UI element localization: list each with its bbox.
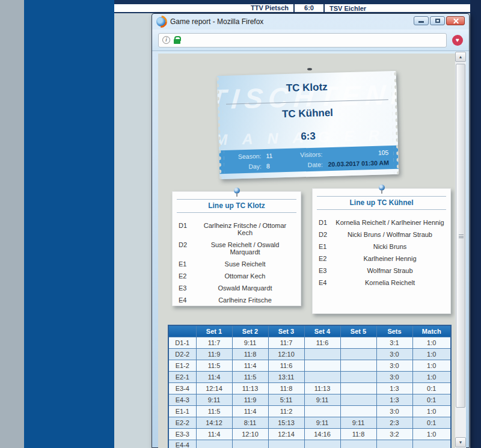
background-away-team: TSV Eichler bbox=[325, 5, 470, 12]
window-controls bbox=[414, 16, 465, 25]
desktop: TTV Pietsch 6:0 TSV Eichler Game report … bbox=[0, 0, 481, 448]
maximize-button[interactable] bbox=[430, 16, 445, 25]
match-score-cell: 1:0 bbox=[412, 360, 451, 371]
lineup-title-home: Line up TC Klotz bbox=[173, 200, 301, 212]
sets-score-cell: 3:1 bbox=[376, 337, 412, 348]
lineup-position: E1 bbox=[179, 260, 195, 268]
set5-cell bbox=[340, 371, 376, 382]
lineup-players: Ottomar Kech bbox=[195, 272, 295, 280]
window-title: Game report - Mozilla Firefox bbox=[170, 17, 263, 26]
page-info-icon[interactable]: i bbox=[162, 36, 170, 44]
table-row: D1-1 11:7 9:11 11:7 11:6 3:1 1:0 bbox=[168, 337, 451, 348]
firefox-icon bbox=[156, 17, 166, 26]
results-body: D1-1 11:7 9:11 11:7 11:6 3:1 1:0 D2-2 bbox=[168, 337, 451, 448]
ticket-info-band: Season: 11 Visitors: 105 Day: 8 Date: 20… bbox=[219, 146, 399, 174]
set5-cell bbox=[340, 337, 376, 348]
scroll-up-icon[interactable]: ▲ bbox=[455, 52, 466, 62]
url-bar[interactable]: i bbox=[158, 33, 447, 48]
lineup-row: E1 Suse Reichelt bbox=[173, 258, 301, 270]
scrollbar-grip-icon bbox=[459, 235, 464, 238]
set3-cell: 5:11 bbox=[268, 394, 304, 405]
set1-cell: 11:7 bbox=[196, 337, 232, 348]
match-score-cell: 1:0 bbox=[412, 405, 451, 417]
sets-score-cell: 2:3 bbox=[376, 417, 412, 428]
table-row: E3-3 11:4 12:10 12:14 14:16 11:8 3:2 1:0 bbox=[168, 428, 451, 440]
table-row: D2-2 11:9 11:8 12:10 3:0 1:0 bbox=[168, 348, 451, 360]
set4-cell bbox=[304, 348, 340, 360]
match-code-cell: E1-1 bbox=[168, 405, 196, 417]
lineup-position: D2 bbox=[179, 241, 195, 256]
match-code-cell: E2-1 bbox=[168, 371, 196, 382]
results-header-cell: Set 3 bbox=[268, 325, 304, 337]
match-code-cell: E3-4 bbox=[168, 382, 196, 394]
sets-score-cell: 3:2 bbox=[376, 428, 412, 440]
minimize-icon bbox=[418, 21, 424, 23]
lineup-list: D1 Kornelia Reichelt / Karlheiner Hennig… bbox=[313, 216, 450, 289]
results-table: Set 1 Set 2 Set 3 Set 4 Set 5 Sets Mat bbox=[168, 325, 452, 448]
lineup-row: D1 Kornelia Reichelt / Karlheiner Hennig bbox=[313, 216, 450, 229]
card-rule bbox=[177, 212, 296, 213]
pocket-save-icon[interactable]: ♥ bbox=[452, 35, 463, 46]
results-header-cell: Match bbox=[412, 325, 451, 337]
lineup-title-away: Line up TC Kühnel bbox=[313, 197, 450, 209]
set4-cell bbox=[304, 440, 340, 448]
title-bar[interactable]: Game report - Mozilla Firefox bbox=[152, 14, 469, 29]
visitors-label: Visitors: bbox=[284, 149, 322, 161]
ticket-pin-icon bbox=[307, 68, 312, 70]
lineup-players: Oswald Marquardt bbox=[195, 284, 295, 292]
match-code-cell: E4-3 bbox=[168, 394, 196, 405]
background-right-edge bbox=[470, 0, 481, 448]
close-button[interactable] bbox=[446, 16, 465, 25]
background-home-team: TTV Pietsch bbox=[114, 4, 295, 12]
lineup-row: E1 Nicki Bruns bbox=[313, 241, 450, 253]
date-value: 20.03.2017 01:30 AM bbox=[323, 158, 399, 170]
match-score-cell: 0:1 bbox=[412, 394, 451, 405]
sets-score-cell: 1:3 bbox=[376, 382, 412, 394]
lineup-players: Nicki Bruns / Wolfmar Straub bbox=[335, 231, 444, 238]
table-row: E4-4 bbox=[168, 440, 451, 448]
match-code-cell: E3-3 bbox=[168, 428, 196, 440]
sets-score-cell: 1:3 bbox=[376, 394, 412, 405]
lineup-list: D1 Carlheinz Fritsche / Ottomar Kech D2 … bbox=[173, 219, 301, 306]
match-code-cell: D2-2 bbox=[168, 348, 196, 360]
pushpin-icon bbox=[379, 185, 385, 191]
results-header-row: Set 1 Set 2 Set 3 Set 4 Set 5 Sets Mat bbox=[168, 325, 451, 337]
navigation-toolbar: i ♥ bbox=[152, 29, 469, 51]
firefox-window: Game report - Mozilla Firefox i ♥ TISCHT… bbox=[152, 13, 470, 448]
lineup-row: E4 Carlheinz Fritsche bbox=[173, 294, 301, 306]
match-code-cell: E1-2 bbox=[168, 360, 196, 371]
date-label: Date: bbox=[284, 159, 323, 171]
secure-lock-icon[interactable] bbox=[174, 39, 180, 44]
set2-cell: 11:8 bbox=[232, 348, 268, 360]
set1-cell: 12:14 bbox=[196, 382, 232, 394]
sets-score-cell: 3:0 bbox=[376, 371, 412, 382]
set3-cell: 13:11 bbox=[268, 371, 304, 382]
results-header-cell: Set 1 bbox=[196, 325, 232, 337]
table-row: E4-3 9:11 11:9 5:11 9:11 1:3 0:1 bbox=[168, 394, 451, 405]
lineup-position: E2 bbox=[179, 272, 195, 280]
scroll-down-icon[interactable]: ▼ bbox=[455, 437, 466, 447]
season-value: 11 bbox=[261, 150, 284, 161]
results-header-cell: Set 4 bbox=[304, 325, 340, 337]
results-header-cell: Set 2 bbox=[232, 325, 268, 337]
url-input[interactable] bbox=[184, 35, 443, 46]
set3-cell: 11:6 bbox=[268, 360, 304, 371]
background-table-row: TTV Pietsch 6:0 TSV Eichler bbox=[114, 0, 470, 13]
minimize-button[interactable] bbox=[414, 16, 429, 25]
lineup-players: Nicki Bruns bbox=[335, 243, 444, 250]
lineup-position: E3 bbox=[319, 267, 335, 274]
match-score-cell: 1:0 bbox=[412, 337, 451, 348]
match-score-cell bbox=[412, 440, 451, 448]
set2-cell: 9:11 bbox=[232, 337, 268, 348]
set4-cell: 11:13 bbox=[304, 382, 340, 394]
match-code-cell: E2-2 bbox=[168, 417, 196, 428]
scrollbar-thumb[interactable] bbox=[456, 64, 465, 408]
table-row: E1-1 11:5 11:4 11:2 3:0 1:0 bbox=[168, 405, 451, 417]
lineup-players: Kornelia Reichelt bbox=[335, 279, 444, 286]
set5-cell bbox=[340, 348, 376, 360]
match-score-cell: 1:0 bbox=[412, 371, 451, 382]
page-content: TISCHTENNIS MANAGER TC Klotz TC Kühnel 6… bbox=[158, 52, 455, 448]
set1-cell: 9:11 bbox=[196, 394, 232, 405]
set5-cell: 11:8 bbox=[340, 428, 376, 440]
vertical-scrollbar[interactable]: ▲ ▼ bbox=[455, 52, 466, 448]
